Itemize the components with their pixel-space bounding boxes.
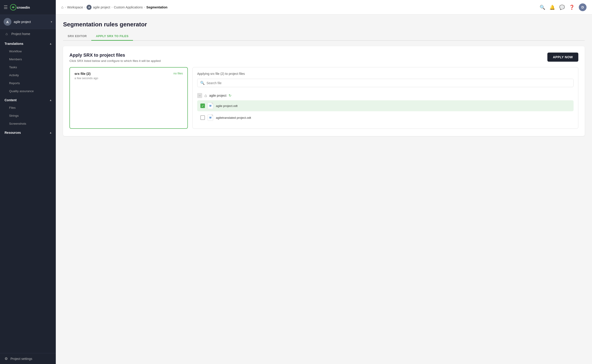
- file-panel: Applying srx file (2) to project files 🔍…: [193, 67, 578, 129]
- apply-card-header: Apply SRX to project files Click SRX lis…: [69, 52, 578, 63]
- file-row-0[interactable]: ✓ W agile project.odt: [197, 100, 573, 111]
- sidebar-item-project-settings[interactable]: ⚙ Project settings: [0, 353, 56, 364]
- workflow-label: Workflow: [9, 50, 22, 53]
- file-name-1: agiletranslated project.odt: [216, 116, 251, 119]
- breadcrumb-home-icon[interactable]: ⌂: [61, 5, 64, 9]
- apply-card-desc: Click SRX listed below and configure to …: [69, 59, 161, 63]
- tasks-label: Tasks: [9, 65, 17, 69]
- project-selector[interactable]: A agile project ▾: [0, 15, 56, 29]
- checkbox-1[interactable]: ✓: [200, 115, 205, 120]
- resources-label: Resources: [5, 131, 21, 134]
- srx-file-badge: no files: [173, 72, 183, 75]
- apply-card-title: Apply SRX to project files: [69, 52, 161, 58]
- search-icon[interactable]: 🔍: [540, 5, 545, 10]
- srx-file-meta: a few seconds ago: [74, 77, 183, 80]
- notification-icon[interactable]: 🔔: [549, 5, 555, 10]
- sidebar-item-activity[interactable]: Activity: [0, 71, 56, 79]
- tab-apply-srx[interactable]: APPLY SRX TO FILES: [91, 32, 133, 41]
- chat-icon[interactable]: 💬: [559, 5, 565, 10]
- sidebar-header: ☰ crowdin: [0, 0, 56, 15]
- sidebar-item-quality-assurance[interactable]: Quality assurance: [0, 87, 56, 95]
- content-label: Content: [5, 98, 17, 102]
- svg-text:crowdin: crowdin: [17, 6, 30, 9]
- activity-label: Activity: [9, 73, 19, 77]
- sidebar-footer: ⚙ Project settings: [0, 353, 56, 364]
- apply-card: Apply SRX to project files Click SRX lis…: [63, 46, 585, 136]
- sidebar-item-workflow[interactable]: Workflow: [0, 47, 56, 55]
- project-settings-label: Project settings: [10, 357, 32, 361]
- word-doc-icon-0: W: [208, 103, 213, 109]
- bc-custom-applications[interactable]: Custom Applications: [114, 6, 143, 9]
- bc-sep-3: ›: [144, 6, 145, 9]
- chevron-down-icon: ▾: [51, 20, 52, 23]
- content-toggle-icon: ▴: [50, 98, 51, 102]
- quality-assurance-label: Quality assurance: [9, 89, 34, 93]
- apply-card-text: Apply SRX to project files Click SRX lis…: [69, 52, 161, 63]
- toggle-up-icon: ▴: [50, 42, 51, 45]
- bc-agile-project[interactable]: agile project: [93, 6, 110, 9]
- file-row-1[interactable]: ✓ W agiletranslated project.odt: [197, 112, 573, 123]
- sidebar-item-strings[interactable]: Strings: [0, 112, 56, 120]
- checkbox-0[interactable]: ✓: [200, 104, 205, 108]
- srx-file-name: srx file (2): [74, 72, 183, 76]
- sidebar-item-reports[interactable]: Reports: [0, 79, 56, 87]
- bc-workspace[interactable]: Workspace: [67, 6, 83, 9]
- main-content: Segmentation rules generator SRX EDITOR …: [56, 14, 592, 364]
- gear-icon: ⚙: [5, 357, 8, 361]
- refresh-icon[interactable]: ↻: [229, 93, 232, 98]
- project-home-label: Project home: [11, 32, 30, 36]
- translations-label: Translations: [5, 42, 23, 46]
- sidebar-item-screenshots[interactable]: Screenshots: [0, 120, 56, 128]
- sidebar-section-resources[interactable]: Resources ▴: [0, 128, 56, 136]
- main-wrapper: ⌂ › Workspace › A agile project › Custom…: [56, 0, 592, 364]
- bc-sep-0: ›: [65, 6, 66, 9]
- bc-sep-2: ›: [112, 6, 113, 9]
- sidebar: ☰ crowdin A agile project ▾ ⌂ Project ho…: [0, 0, 56, 364]
- file-tree-root: − ⌂ agile project ↻: [197, 91, 573, 100]
- file-name-0: agile project.odt: [216, 104, 238, 108]
- tabs: SRX EDITOR APPLY SRX TO FILES: [63, 32, 585, 41]
- apply-now-button[interactable]: APPLY NOW: [547, 52, 578, 62]
- user-avatar[interactable]: D: [579, 3, 586, 11]
- srx-file-card[interactable]: no files srx file (2) a few seconds ago: [69, 67, 188, 129]
- bc-sep-1: ›: [84, 6, 85, 9]
- sidebar-section-content[interactable]: Content ▴: [0, 95, 56, 104]
- sidebar-item-members[interactable]: Members: [0, 55, 56, 63]
- two-col-layout: no files srx file (2) a few seconds ago …: [69, 67, 578, 129]
- bc-segmentation: Segmentation: [146, 6, 168, 9]
- reports-label: Reports: [9, 81, 20, 85]
- topbar-actions: 🔍 🔔 💬 ❓ D: [540, 3, 586, 11]
- strings-label: Strings: [9, 114, 19, 117]
- applying-label: Applying srx file (2) to project files: [197, 72, 573, 76]
- breadcrumb: ⌂ › Workspace › A agile project › Custom…: [61, 5, 538, 10]
- home-small-icon: ⌂: [205, 93, 207, 98]
- file-tree-project-name: agile project: [209, 94, 226, 97]
- folder-dash-icon: −: [197, 93, 202, 98]
- logo: crowdin: [10, 4, 35, 10]
- search-file-icon: 🔍: [200, 81, 205, 85]
- project-name-label: agile project: [14, 20, 48, 24]
- sidebar-item-tasks[interactable]: Tasks: [0, 63, 56, 71]
- tab-srx-editor[interactable]: SRX EDITOR: [63, 32, 91, 41]
- bc-project-avatar: A: [86, 5, 92, 10]
- resources-toggle-icon: ▴: [50, 131, 51, 134]
- sidebar-section-translations[interactable]: Translations ▴: [0, 39, 56, 47]
- file-tree: − ⌂ agile project ↻ ✓ W agile project.od…: [197, 91, 573, 123]
- screenshots-label: Screenshots: [9, 122, 26, 125]
- project-avatar: A: [4, 18, 11, 26]
- search-file-input[interactable]: [206, 81, 571, 85]
- files-label: Files: [9, 106, 16, 110]
- home-icon: ⌂: [5, 32, 9, 36]
- hamburger-icon[interactable]: ☰: [4, 5, 8, 10]
- sidebar-item-project-home[interactable]: ⌂ Project home: [0, 29, 56, 39]
- help-icon[interactable]: ❓: [569, 5, 575, 10]
- page-title: Segmentation rules generator: [63, 21, 585, 28]
- topbar: ⌂ › Workspace › A agile project › Custom…: [56, 0, 592, 14]
- word-doc-icon-1: W: [208, 114, 213, 121]
- search-file-wrapper: 🔍: [197, 79, 573, 87]
- members-label: Members: [9, 58, 22, 61]
- sidebar-item-files[interactable]: Files: [0, 104, 56, 112]
- logo-svg: crowdin: [10, 4, 35, 10]
